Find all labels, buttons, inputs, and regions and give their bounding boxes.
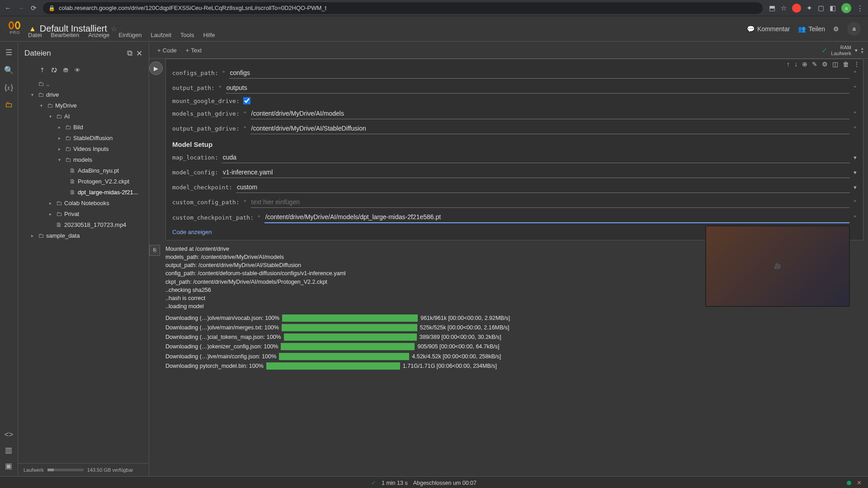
ram-indicator[interactable]: RAM Laufwerk <box>831 45 851 56</box>
tree-colabnb[interactable]: ▸🗀Colab Notebooks <box>21 197 146 208</box>
delete-icon[interactable]: 🗑 <box>843 61 849 68</box>
mount-drive-checkbox[interactable] <box>243 97 250 104</box>
favorite-star-icon[interactable]: ☆ <box>111 24 117 33</box>
map-location-select[interactable]: cuda <box>222 152 850 163</box>
profile-avatar-icon[interactable]: a <box>841 3 851 13</box>
custom-config-path-input[interactable] <box>250 197 850 208</box>
star-icon[interactable]: ☆ <box>781 4 787 12</box>
model-setup-heading: Model Setup <box>172 141 857 148</box>
chevron-down-icon: ▾ <box>854 154 857 161</box>
output-path-gdrive-input[interactable] <box>250 123 850 134</box>
tree-file[interactable]: 🗎AdaBins_nyu.pt <box>21 165 146 176</box>
menu-runtime[interactable]: Laufzeit <box>151 32 172 38</box>
code-snippets-icon[interactable]: <> <box>5 430 14 439</box>
gear-icon[interactable]: ⚙ <box>822 61 828 68</box>
custom-checkpoint-path-input[interactable] <box>264 211 849 223</box>
forward-icon[interactable]: → <box>18 4 24 12</box>
status-bar: ✓ 1 min 13 s Abgeschlossen um 00:07 ✕ <box>0 476 868 488</box>
tree-drive[interactable]: ▾🗀drive <box>21 89 146 100</box>
progress-bar <box>282 324 417 331</box>
menu-icon[interactable]: ⋮ <box>857 4 863 12</box>
download-label: Downloading pytorch_model.bin: 100% <box>165 362 264 370</box>
menu-insert[interactable]: Einfügen <box>118 32 142 38</box>
tree-file[interactable]: 🗎Protogen_V2.2.ckpt <box>21 176 146 187</box>
share-button[interactable]: 👥Teilen <box>798 25 825 33</box>
move-down-icon[interactable]: ↓ <box>794 61 797 68</box>
files-icon[interactable]: 🗀 <box>5 100 13 109</box>
model-config-select[interactable]: v1-inference.yaml <box>222 167 850 178</box>
chevron-down-icon: ▾ <box>854 184 857 191</box>
tree-parent[interactable]: 🗀.. <box>21 78 146 89</box>
download-progress-row: Downloading (…)olve/main/vocab.json: 100… <box>165 314 863 322</box>
menu-help[interactable]: Hilfe <box>203 32 215 38</box>
tree-bild[interactable]: ▸🗀Bild <box>21 122 146 132</box>
hide-icon[interactable]: 👁 <box>75 67 80 74</box>
tree-videos[interactable]: ▸🗀Videos Inputs <box>21 143 146 154</box>
output-toggle-icon[interactable]: ⎘ <box>149 245 160 256</box>
cell-output: ⎘ Mounted at /content/drive models_path:… <box>165 245 863 370</box>
connection-check-icon: ✓ <box>821 46 827 55</box>
sidebar-title: Dateien <box>24 49 51 58</box>
runtime-menu-icon[interactable]: ▾ <box>855 47 858 53</box>
upload-icon[interactable]: ⤒ <box>40 67 45 74</box>
search-icon[interactable]: 🔍 <box>4 66 14 75</box>
mirror-icon[interactable]: ◫ <box>832 61 838 68</box>
back-icon[interactable]: ← <box>5 4 11 12</box>
reload-icon[interactable]: ⟳ <box>31 4 37 12</box>
form-cell: ▶ ↑ ↓ ⊕ ✎ ⚙ ◫ 🗑 ⋮ configs_path:"" output… <box>165 59 863 240</box>
lock-icon: 🔒 <box>48 5 55 11</box>
new-window-icon[interactable]: ⧉ <box>127 49 132 58</box>
mount-drive-icon[interactable]: ⛃ <box>63 67 68 74</box>
close-sidebar-icon[interactable]: ✕ <box>136 49 142 58</box>
install-icon[interactable]: ⬒ <box>769 4 775 12</box>
run-cell-button[interactable]: ▶ <box>149 61 163 75</box>
tree-privat[interactable]: ▸🗀Privat <box>21 208 146 219</box>
account-avatar-icon[interactable]: a <box>847 22 861 36</box>
download-stats: 905/905 [00:00<00:00, 64.7kB/s] <box>417 343 499 351</box>
menu-toggle-icon[interactable]: ☰ <box>5 48 12 57</box>
collapse-toggle-icon[interactable]: ▴▾ <box>861 47 863 53</box>
progress-bar <box>282 314 418 322</box>
download-label: Downloading (…)cial_tokens_map.json: 100… <box>165 333 281 341</box>
download-stats: 961k/961k [00:00<00:00, 2.92MB/s] <box>420 314 510 322</box>
close-status-icon[interactable]: ✕ <box>857 479 862 486</box>
add-code-button[interactable]: +Code <box>154 45 180 56</box>
menu-edit[interactable]: Bearbeiten <box>51 32 79 38</box>
tree-mydrive[interactable]: ▾🗀MyDrive <box>21 100 146 111</box>
disk-usage: Laufwerk 143.50 GB verfügbar <box>18 463 149 476</box>
tree-file[interactable]: 🗎20230518_170723.mp4 <box>21 219 146 230</box>
files-sidebar: Dateien ⧉ ✕ ⤒ 🗘 ⛃ 👁 🗀.. ▾🗀drive ▾🗀MyDriv… <box>18 42 149 476</box>
menu-tools[interactable]: Tools <box>180 32 194 38</box>
move-up-icon[interactable]: ↑ <box>787 61 790 68</box>
output-path-input[interactable] <box>226 82 849 94</box>
tree-file[interactable]: 🗎dpt_large-midas-2f21... <box>21 187 146 197</box>
colab-logo-icon[interactable]: PRO <box>7 21 23 37</box>
configs-path-input[interactable] <box>229 67 850 79</box>
progress-bar <box>279 353 409 360</box>
comment-button[interactable]: 💬Kommentar <box>747 25 790 33</box>
tree-sample[interactable]: ▸🗀sample_data <box>21 230 146 241</box>
add-text-button[interactable]: +Text <box>182 45 205 56</box>
tab-icon[interactable]: ▢ <box>818 4 824 12</box>
refresh-icon[interactable]: 🗘 <box>51 67 57 74</box>
variables-icon[interactable]: {𝑥} <box>5 83 13 92</box>
extension-badge-icon[interactable] <box>792 4 801 13</box>
menu-view[interactable]: Anzeige <box>88 32 109 38</box>
extensions-icon[interactable]: ✦ <box>807 4 812 12</box>
menu-file[interactable]: Datei <box>28 32 42 38</box>
edit-icon[interactable]: ✎ <box>812 61 817 68</box>
url-bar[interactable]: 🔒 colab.research.google.com/drive/120Cdq… <box>43 2 763 14</box>
models-path-gdrive-input[interactable] <box>250 108 850 119</box>
link-icon[interactable]: ⊕ <box>802 61 807 68</box>
download-progress-row: Downloading (…)olve/main/merges.txt: 100… <box>165 324 863 332</box>
tree-ai[interactable]: ▾🗀AI <box>21 111 146 122</box>
terminal-icon[interactable]: ▣ <box>5 461 12 471</box>
settings-icon[interactable]: ⚙ <box>833 25 839 33</box>
model-checkpoint-select[interactable]: custom <box>236 182 850 193</box>
tree-stable[interactable]: ▸🗀StableDiffusion <box>21 132 146 143</box>
tree-models[interactable]: ▾🗀models <box>21 154 146 165</box>
more-icon[interactable]: ⋮ <box>854 61 860 68</box>
download-label: Downloading (…)okenizer_config.json: 100… <box>165 343 278 351</box>
command-palette-icon[interactable]: ▥ <box>5 446 12 455</box>
panel-icon[interactable]: ◧ <box>830 4 836 12</box>
